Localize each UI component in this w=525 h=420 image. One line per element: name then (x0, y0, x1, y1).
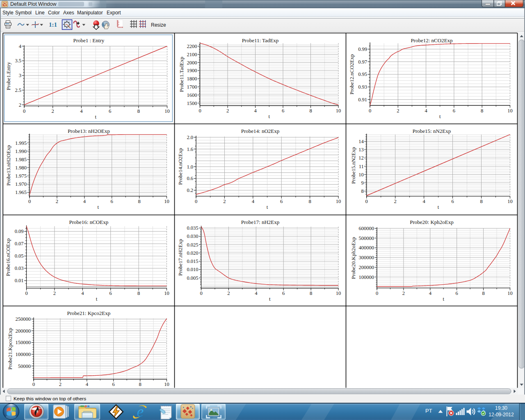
svg-text:Probe12: nCO2Exp: Probe12: nCO2Exp (411, 37, 452, 43)
svg-text:10: 10 (507, 199, 513, 204)
svg-text:2: 2 (59, 381, 62, 387)
svg-text:8: 8 (139, 381, 141, 387)
svg-text:2: 2 (226, 108, 229, 114)
svg-text:1700: 1700 (187, 84, 197, 90)
svg-text:0.93: 0.93 (358, 84, 367, 90)
svg-text:6: 6 (453, 108, 455, 114)
svg-text:0: 0 (25, 290, 27, 296)
svg-text:1500: 1500 (187, 100, 197, 106)
svg-text:3.5: 3.5 (15, 58, 21, 64)
svg-text:t: t (443, 296, 445, 302)
svg-text:0.95: 0.95 (358, 71, 367, 77)
svg-text:11: 11 (359, 164, 364, 169)
svg-text:0.91: 0.91 (358, 97, 367, 103)
svg-text:Probe16.nCOExp: Probe16.nCOExp (5, 238, 11, 276)
svg-text:10: 10 (164, 199, 169, 204)
svg-text:2: 2 (52, 108, 54, 114)
svg-text:10: 10 (507, 290, 513, 296)
svg-text:0: 0 (28, 199, 31, 204)
svg-text:6: 6 (282, 108, 284, 114)
svg-text:9: 9 (361, 180, 363, 186)
svg-text:13: 13 (358, 147, 364, 153)
svg-text:4: 4 (254, 108, 257, 114)
svg-text:2: 2 (394, 199, 397, 204)
svg-text:8: 8 (482, 290, 484, 296)
svg-text:10: 10 (336, 108, 341, 114)
svg-text:t: t (269, 114, 270, 119)
svg-text:10: 10 (358, 172, 364, 178)
svg-text:8: 8 (309, 108, 312, 114)
svg-text:1.0: 1.0 (187, 164, 193, 170)
svg-text:8: 8 (138, 199, 140, 204)
svg-text:0.97: 0.97 (358, 59, 367, 65)
svg-text:Probe1.Entry: Probe1.Entry (5, 62, 11, 90)
svg-text:1600: 1600 (187, 92, 197, 98)
svg-text:Probe15.nN2Exp: Probe15.nN2Exp (350, 147, 356, 184)
svg-text:0.99: 0.99 (358, 46, 367, 52)
svg-text:t: t (439, 114, 441, 119)
svg-text:4: 4 (80, 108, 83, 114)
svg-text:Probe20: Kph2oExp: Probe20: Kph2oExp (410, 219, 454, 225)
svg-text:Probe11: TadExp: Probe11: TadExp (242, 37, 279, 43)
svg-text:2.0: 2.0 (187, 135, 193, 140)
svg-text:1.965: 1.965 (15, 189, 27, 195)
svg-text:8: 8 (481, 108, 483, 114)
svg-text:2100: 2100 (187, 52, 197, 57)
svg-text:0.07: 0.07 (15, 241, 24, 247)
svg-text:0.010: 0.010 (187, 267, 198, 272)
svg-text:t: t (95, 114, 97, 120)
svg-text:2: 2 (402, 290, 405, 296)
svg-text:100000: 100000 (16, 352, 31, 357)
svg-text:600000: 600000 (359, 226, 374, 231)
svg-text:250000: 250000 (16, 316, 31, 322)
svg-text:2: 2 (397, 108, 399, 114)
svg-text:0.6: 0.6 (187, 176, 193, 181)
svg-text:2: 2 (227, 290, 230, 296)
svg-text:0.01: 0.01 (15, 278, 24, 283)
svg-text:t: t (438, 204, 439, 210)
svg-text:0.05: 0.05 (15, 253, 24, 259)
svg-text:4: 4 (19, 43, 22, 49)
svg-text:2200: 2200 (187, 43, 197, 49)
svg-text:1.980: 1.980 (15, 165, 27, 171)
svg-text:Probe16: nCOExp: Probe16: nCOExp (69, 219, 108, 225)
svg-text:0.025: 0.025 (187, 242, 198, 248)
svg-text:12: 12 (358, 155, 364, 161)
svg-text:10: 10 (336, 199, 341, 204)
svg-text:Probe14: nO2Exp: Probe14: nO2Exp (241, 128, 280, 134)
svg-text:6: 6 (110, 290, 112, 296)
svg-text:t: t (98, 204, 99, 210)
svg-text:0: 0 (365, 199, 368, 204)
svg-text:0: 0 (376, 290, 378, 296)
svg-text:100000: 100000 (359, 274, 374, 280)
svg-text:Probe17.nH2Exp: Probe17.nH2Exp (177, 239, 183, 276)
svg-text:1.985: 1.985 (15, 157, 27, 162)
svg-text:t: t (96, 296, 98, 302)
svg-text:8: 8 (308, 199, 311, 204)
svg-text:1900: 1900 (187, 68, 197, 73)
svg-text:3: 3 (19, 73, 21, 78)
svg-text:4: 4 (425, 108, 427, 114)
svg-text:Probe20.Kph2oExp: Probe20.Kph2oExp (350, 237, 356, 279)
svg-text:8: 8 (137, 108, 140, 114)
svg-text:8: 8 (137, 290, 140, 296)
svg-text:0: 0 (199, 108, 201, 114)
svg-text:400000: 400000 (359, 245, 374, 251)
svg-text:Probe12.nCO2Exp: Probe12.nCO2Exp (349, 54, 355, 95)
svg-text:Probe21: Kpco2Exp: Probe21: Kpco2Exp (67, 310, 110, 316)
svg-text:4: 4 (429, 290, 432, 296)
svg-text:200000: 200000 (359, 265, 374, 270)
svg-text:6: 6 (280, 199, 283, 204)
svg-text:1:1: 1:1 (49, 21, 57, 28)
svg-text:300000: 300000 (359, 255, 374, 260)
svg-text:Probe21.Kpco2Exp: Probe21.Kpco2Exp (7, 328, 13, 370)
svg-text:0.015: 0.015 (187, 258, 198, 264)
svg-text:Probe11.TadExp: Probe11.TadExp (178, 57, 185, 92)
svg-text:8: 8 (480, 199, 482, 204)
svg-text:8: 8 (310, 290, 312, 296)
svg-text:6: 6 (111, 199, 113, 204)
svg-text:10: 10 (507, 108, 513, 114)
svg-text:Probe15: nN2Exp: Probe15: nN2Exp (413, 128, 451, 134)
svg-text:4: 4 (422, 199, 425, 204)
svg-text:10: 10 (164, 381, 169, 387)
